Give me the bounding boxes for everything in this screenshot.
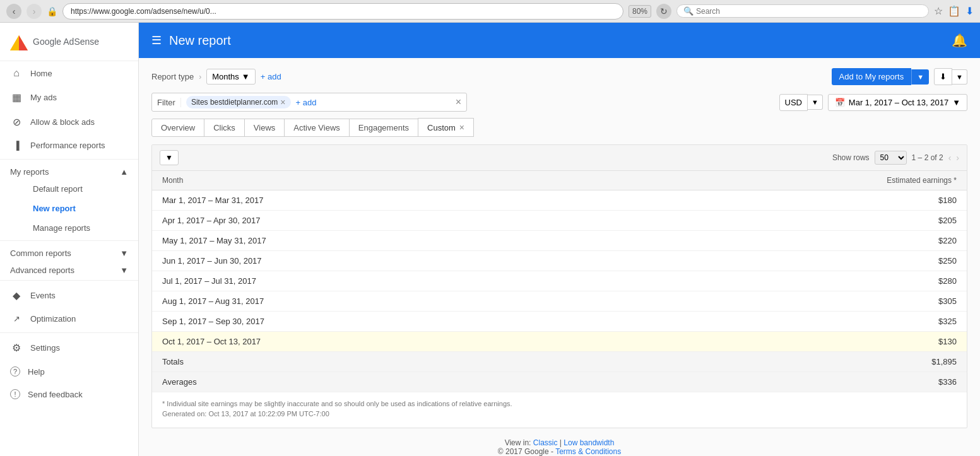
- sidebar-item-settings[interactable]: ⚙ Settings: [0, 336, 138, 360]
- sidebar-item-optimization[interactable]: ↗ Optimization: [0, 308, 138, 330]
- sidebar-item-home[interactable]: ⌂ Home: [0, 61, 138, 85]
- tab-active-views-label: Active Views: [293, 123, 339, 132]
- filter-chip-text: Sites bestdietplanner.com: [191, 98, 278, 107]
- perf-reports-icon: ▐: [10, 141, 23, 150]
- footer-low-bandwidth-link[interactable]: Low bandwidth: [564, 438, 614, 447]
- help-icon: ?: [10, 366, 20, 377]
- sidebar-sub-item-manage-reports[interactable]: Manage reports: [0, 218, 138, 238]
- sidebar-section-common-reports[interactable]: Common reports ▼: [0, 243, 138, 260]
- reading-list-icon[interactable]: 📋: [948, 5, 960, 17]
- browser-search-input[interactable]: [696, 7, 922, 16]
- advanced-reports-label: Advanced reports: [10, 266, 74, 275]
- tab-custom-close-icon[interactable]: ×: [459, 122, 464, 132]
- download-button[interactable]: ⬇: [934, 68, 952, 85]
- sidebar-item-performance-reports[interactable]: ▐ Performance reports: [0, 134, 138, 156]
- row-earnings: $250: [938, 256, 957, 266]
- row-month: Mar 1, 2017 – Mar 31, 2017: [162, 196, 263, 205]
- logo-text: Google AdSense: [33, 37, 99, 47]
- sidebar-sub-item-new-report[interactable]: New report: [0, 199, 138, 218]
- sidebar-item-label: Optimization: [30, 314, 76, 324]
- sidebar-item-send-feedback[interactable]: ! Send feedback: [0, 383, 138, 406]
- sidebar-section-advanced-reports[interactable]: Advanced reports ▼: [0, 260, 138, 278]
- row-earnings: $305: [938, 296, 957, 306]
- tab-overview[interactable]: Overview: [151, 119, 204, 137]
- tab-active-views[interactable]: Active Views: [284, 119, 349, 137]
- filter-clear-icon[interactable]: ×: [456, 96, 461, 108]
- tab-engagements[interactable]: Engagements: [349, 119, 418, 137]
- show-rows-label: Show rows: [832, 153, 870, 162]
- rows-per-page-select[interactable]: 50 25 100: [875, 151, 907, 165]
- filter-input-area[interactable]: Filter Sites bestdietplanner.com × + add…: [151, 93, 467, 112]
- date-range-chevron-icon: ▼: [952, 98, 960, 107]
- pagination-prev-button[interactable]: ‹: [948, 153, 952, 163]
- table-row: Aug 1, 2017 – Aug 31, 2017 $305: [152, 291, 967, 312]
- filter-right-controls: USD ▼ 📅 Mar 1, 2017 – Oct 13, 2017 ▼: [779, 94, 968, 111]
- page-title: New report: [169, 33, 944, 48]
- row-earnings: $205: [938, 216, 957, 225]
- footnote-line2: Generated on: Oct 13, 2017 at 10:22:09 P…: [162, 410, 957, 418]
- filter-chip-remove-icon[interactable]: ×: [280, 97, 285, 107]
- footer-view-in: View in:: [505, 438, 531, 447]
- browser-chrome: ‹ › 🔒 80% ↻ 🔍 ☆ 📋 ⬇: [0, 0, 980, 23]
- row-month: Aug 1, 2017 – Aug 31, 2017: [162, 296, 264, 306]
- table-pagination: Show rows 50 25 100 1 – 2 of 2 ‹ ›: [832, 150, 959, 165]
- back-button[interactable]: ‹: [6, 4, 21, 19]
- tab-engagements-label: Engagements: [358, 123, 409, 132]
- tab-custom[interactable]: Custom ×: [418, 118, 474, 137]
- row-month: Apr 1, 2017 – Apr 30, 2017: [162, 216, 260, 225]
- add-report-type-link[interactable]: + add: [261, 72, 281, 81]
- currency-group: USD ▼: [779, 94, 823, 111]
- table-footnote: * Individual site earnings may be slight…: [152, 392, 967, 428]
- content-area: Report type › Months ▼ + add Add to My r…: [139, 58, 980, 456]
- url-bar[interactable]: [62, 3, 623, 20]
- row-earnings: $220: [938, 236, 957, 245]
- zoom-level: 80%: [629, 5, 651, 18]
- forward-button[interactable]: ›: [27, 4, 42, 19]
- sidebar-item-events[interactable]: ◆ Events: [0, 283, 138, 308]
- filter-label: Filter: [157, 98, 181, 107]
- sidebar-item-allow-block[interactable]: ⊘ Allow & block ads: [0, 110, 138, 134]
- tab-clicks-label: Clicks: [213, 123, 235, 132]
- allow-block-icon: ⊘: [10, 116, 23, 128]
- footnote-line1: * Individual site earnings may be slight…: [162, 400, 957, 407]
- row-month: Oct 1, 2017 – Oct 13, 2017: [162, 337, 261, 346]
- footer-classic-link[interactable]: Classic: [533, 438, 558, 447]
- sidebar-item-label: Events: [30, 291, 56, 300]
- add-to-my-reports-button[interactable]: Add to My reports: [832, 68, 912, 85]
- averages-label: Averages: [162, 377, 197, 387]
- row-month: Jul 1, 2017 – Jul 31, 2017: [162, 276, 256, 286]
- tab-clicks[interactable]: Clicks: [204, 119, 245, 137]
- sidebar-sub-item-default-report[interactable]: Default report: [0, 179, 138, 199]
- add-to-reports-group: Add to My reports ▼: [832, 68, 930, 85]
- currency-button[interactable]: USD: [779, 94, 808, 111]
- adsense-logo-icon: [10, 33, 28, 50]
- report-type-months-button[interactable]: Months ▼: [206, 69, 256, 85]
- bookmark-icon[interactable]: ☆: [934, 5, 943, 17]
- pagination-next-button[interactable]: ›: [956, 153, 959, 163]
- main-content: ☰ New report 🔔 Report type › Months ▼ + …: [139, 23, 980, 456]
- tab-views[interactable]: Views: [244, 119, 285, 137]
- notification-bell-icon[interactable]: 🔔: [952, 33, 967, 48]
- currency-dropdown-button[interactable]: ▼: [808, 95, 823, 110]
- reload-button[interactable]: ↻: [656, 4, 671, 19]
- footer-terms-link[interactable]: Terms & Conditions: [555, 447, 621, 456]
- sidebar-section-my-reports[interactable]: My reports ▲: [0, 162, 138, 179]
- search-icon: 🔍: [683, 6, 694, 16]
- report-table-container: ▼ Show rows 50 25 100 1 – 2 of 2 ‹ ›: [151, 144, 967, 428]
- table-toolbar: ▼ Show rows 50 25 100 1 – 2 of 2 ‹ ›: [152, 145, 967, 171]
- filter-chip-sites: Sites bestdietplanner.com ×: [186, 96, 291, 108]
- sidebar-item-help[interactable]: ? Help: [0, 360, 138, 383]
- common-reports-label: Common reports: [10, 248, 71, 258]
- sidebar-item-my-ads[interactable]: ▦ My ads: [0, 85, 138, 110]
- report-type-chevron-icon: ›: [199, 73, 201, 81]
- chart-toggle-button[interactable]: ▼: [160, 150, 179, 165]
- menu-icon[interactable]: ☰: [151, 33, 162, 47]
- column-earnings-header: Estimated earnings *: [887, 176, 957, 185]
- date-range-button[interactable]: 📅 Mar 1, 2017 – Oct 13, 2017 ▼: [828, 94, 967, 111]
- my-reports-chevron-up: ▲: [120, 167, 128, 177]
- add-to-my-reports-dropdown-button[interactable]: ▼: [911, 69, 929, 85]
- table-row: Apr 1, 2017 – Apr 30, 2017 $205: [152, 211, 967, 231]
- filter-add-link[interactable]: + add: [296, 98, 317, 107]
- download-icon[interactable]: ⬇: [965, 5, 974, 17]
- download-dropdown-button[interactable]: ▼: [952, 69, 967, 85]
